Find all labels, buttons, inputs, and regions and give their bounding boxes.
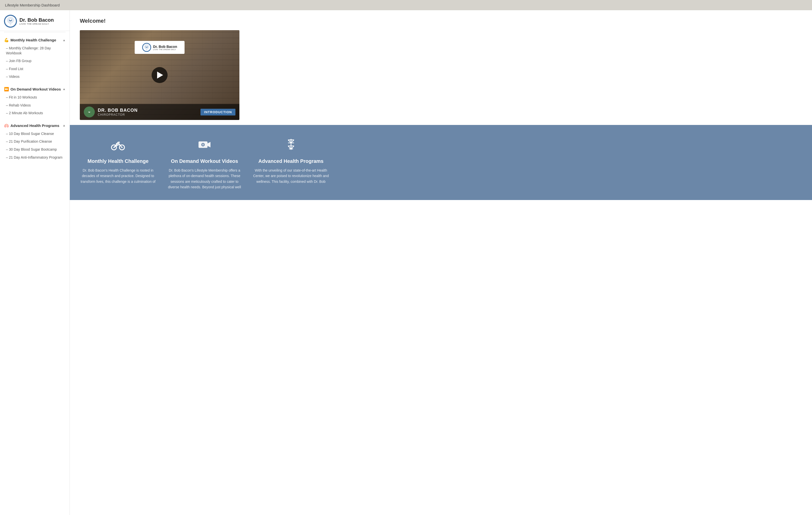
sidebar-item-join-fb[interactable]: – Join FB Group [0,57,69,65]
play-button[interactable] [152,67,168,83]
sidebar-section-monthly: 💪 Monthly Health Challenge ▲ – Monthly C… [0,34,69,83]
sidebar: Dr. Bob Bacon Livin' the Dream Daily 💪 M… [0,10,70,515]
sidebar-item-rehab[interactable]: – Rehab Videos [0,102,69,110]
sidebar-monthly-items: – Monthly Challenge: 28 Day Workbook – J… [0,44,69,82]
chevron-up-icon-2: ▲ [63,87,66,91]
video-overlay-logo-text: Dr. Bob Bacon Livin' the Dream Daily [153,45,177,50]
video-bottom-logo [84,107,95,117]
svg-line-32 [291,146,294,149]
sidebar-section-advanced-title: 🫁 Advanced Health Programs [4,123,59,128]
video-intro-badge: Introduction [201,109,235,115]
video-bottom-bar: DR. BOB BACON Chiropractor Introduction [80,104,239,120]
video-container[interactable]: Dr. Bob Bacon Livin' the Dream Daily [80,30,239,120]
feature-title-monthly: Monthly Health Challenge [80,159,156,164]
sidebar-item-2min-ab[interactable]: – 2 Minute Ab Workouts [0,109,69,117]
feature-card-ondemand: On Demand Workout Videos Dr. Bob Bacon's… [166,137,243,190]
feature-title-advanced: Advanced Health Programs [253,159,329,164]
sidebar-item-fit10[interactable]: – Fit in 10 Workouts [0,93,69,102]
feature-desc-advanced: With the unveiling of our state-of-the-a… [253,168,329,184]
video-doctor-title: Chiropractor [98,113,198,116]
logo-icon [4,15,17,28]
video-doctor-name: DR. BOB BACON [98,108,198,113]
advanced-emoji: 🫁 [4,123,9,128]
sidebar-logo: Dr. Bob Bacon Livin' the Dream Daily [0,10,69,31]
video-overlay-name: Dr. Bob Bacon [153,45,177,49]
sidebar-item-21day-purification[interactable]: – 21 Day Purification Cleanse [0,138,69,146]
sidebar-section-advanced-header[interactable]: 🫁 Advanced Health Programs ▲ [0,121,69,130]
feature-card-advanced: Advanced Health Programs With the unveil… [253,137,329,190]
monthly-emoji: 💪 [4,38,9,42]
top-bar: Lifestyle Membership Dashboard [0,0,812,10]
chevron-up-icon: ▲ [63,38,66,42]
sidebar-item-21day-anti[interactable]: – 21 Day Anti-Inflammatory Program [0,154,69,162]
logo-name: Dr. Bob Bacon [20,17,54,23]
video-thumbnail[interactable]: Dr. Bob Bacon Livin' the Dream Daily [80,30,239,120]
sidebar-section-ondemand-header[interactable]: ⏩ On Demand Workout Videos ▲ [0,84,69,93]
svg-point-2 [10,19,11,21]
sidebar-ondemand-items: – Fit in 10 Workouts – Rehab Videos – 2 … [0,93,69,119]
dna-icon [253,137,329,154]
sidebar-item-food-list[interactable]: – Food List [0,65,69,73]
feature-desc-monthly: Dr. Bob Bacon's Health Challenge is root… [80,168,156,184]
feature-title-ondemand: On Demand Workout Videos [166,159,243,164]
svg-point-24 [202,144,204,146]
svg-line-29 [291,140,294,143]
sidebar-section-monthly-title: 💪 Monthly Health Challenge [4,38,56,42]
sidebar-section-monthly-header[interactable]: 💪 Monthly Health Challenge ▲ [0,35,69,44]
ondemand-emoji: ⏩ [4,87,9,91]
sidebar-item-28day-workbook[interactable]: – Monthly Challenge: 28 Day Workbook [0,45,69,57]
svg-point-7 [89,111,90,112]
feature-card-monthly: Monthly Health Challenge Dr. Bob Bacon's… [80,137,156,190]
svg-marker-22 [207,142,210,147]
svg-point-5 [146,46,147,47]
sidebar-item-10day-blood[interactable]: – 10 Day Blood Sugar Cleanse [0,130,69,138]
features-grid: Monthly Health Challenge Dr. Bob Bacon's… [80,137,329,190]
main-content: Welcome! Dr. Bob Bacon [70,10,812,515]
video-overlay-logo: Dr. Bob Bacon Livin' the Dream Daily [135,41,184,54]
welcome-title: Welcome! [80,18,802,24]
features-section: Monthly Health Challenge Dr. Bob Bacon's… [70,125,812,200]
logo-tagline: Livin' the Dream Daily [20,23,54,25]
sidebar-item-30day-blood[interactable]: – 30 Day Blood Sugar Bootcamp [0,146,69,154]
sidebar-section-advanced: 🫁 Advanced Health Programs ▲ – 10 Day Bl… [0,120,69,164]
welcome-section: Welcome! Dr. Bob Bacon [70,10,812,125]
svg-line-28 [288,140,291,143]
feature-desc-ondemand: Dr. Bob Bacon's Lifestyle Membership off… [166,168,243,190]
camera-icon [166,137,243,154]
video-bottom-logo-svg [86,109,93,115]
svg-line-31 [288,146,291,149]
sidebar-section-ondemand-title: ⏩ On Demand Workout Videos [4,87,61,91]
video-overlay-tagline: Livin' the Dream Daily [153,49,177,50]
video-bottom-text: DR. BOB BACON Chiropractor [98,108,198,116]
page-title: Lifestyle Membership Dashboard [5,3,60,7]
video-overlay-logo-icon [142,43,151,52]
bicycle-icon [80,137,156,154]
sidebar-advanced-items: – 10 Day Blood Sugar Cleanse – 21 Day Pu… [0,130,69,163]
sidebar-item-videos[interactable]: – Videos [0,73,69,81]
sidebar-section-ondemand: ⏩ On Demand Workout Videos ▲ – Fit in 10… [0,83,69,120]
chevron-up-icon-3: ▲ [63,124,66,127]
logo-text-block: Dr. Bob Bacon Livin' the Dream Daily [20,17,54,25]
